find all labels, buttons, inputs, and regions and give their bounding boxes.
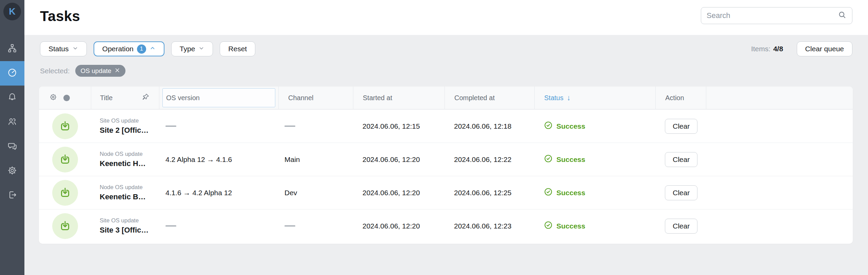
column-header-channel[interactable]: Channel — [278, 87, 353, 109]
table-row: Site OS update Site 2 [Offic… 2024.06.06… — [39, 109, 853, 143]
items-count-value: 4/8 — [773, 45, 783, 53]
task-type-icon-cell — [39, 176, 91, 209]
task-title-cell[interactable]: Node OS update Keenetic B… — [91, 176, 159, 209]
sidebar-item-users[interactable] — [0, 110, 24, 134]
clear-task-button[interactable]: Clear — [665, 185, 697, 200]
task-title-cell[interactable]: Site OS update Site 3 [Offic… — [91, 209, 159, 242]
task-title-cell[interactable]: Site OS update Site 2 [Offic… — [91, 110, 159, 143]
operation-filter-button[interactable]: Operation 1 — [94, 41, 164, 56]
clear-task-button[interactable]: Clear — [665, 219, 697, 234]
empty-value-dash — [284, 126, 295, 127]
column-header-action: Action — [655, 87, 706, 109]
channel-cell — [278, 110, 353, 143]
task-title-cell[interactable]: Node OS update Keenetic H… — [91, 143, 159, 176]
os-version-cell: 4.1.6 → 4.2 Alpha 12 — [159, 176, 278, 209]
clear-task-button[interactable]: Clear — [665, 119, 697, 134]
status-label: Success — [556, 122, 585, 130]
operation-count-badge: 1 — [137, 44, 146, 54]
empty-cell — [706, 143, 853, 176]
empty-value-dash — [165, 225, 176, 226]
column-header-empty — [706, 87, 853, 109]
action-cell: Clear — [655, 110, 706, 143]
column-settings-gear-icon[interactable] — [49, 93, 57, 103]
task-type-icon-cell — [39, 110, 91, 143]
os-version-cell: 4.2 Alpha 12 → 4.1.6 — [159, 143, 278, 176]
sidebar-item-settings[interactable] — [0, 159, 24, 183]
reset-filters-button[interactable]: Reset — [220, 41, 255, 56]
close-icon[interactable] — [111, 67, 120, 75]
channel-cell — [278, 209, 353, 242]
table-row: Node OS update Keenetic B… 4.1.6 → 4.2 A… — [39, 176, 853, 209]
dashboard-icon — [7, 68, 17, 79]
completed-at-column-label: Completed at — [454, 94, 495, 102]
sidebar-item-tasks[interactable] — [0, 61, 24, 86]
chevron-down-icon — [198, 45, 204, 53]
pin-icon[interactable] — [142, 93, 150, 103]
filter-bar: Status Operation 1 Type Reset Items: 4/8… — [40, 41, 852, 56]
completed-at-cell: 2024.06.06, 12:18 — [445, 110, 534, 143]
success-check-icon — [544, 187, 553, 198]
sidebar-nav — [0, 37, 24, 208]
column-header-completed-at[interactable]: Completed at — [445, 87, 534, 109]
action-cell: Clear — [655, 209, 706, 242]
os-update-download-icon — [52, 147, 78, 172]
task-name: Keenetic B… — [100, 192, 146, 201]
action-column-label: Action — [665, 94, 684, 102]
table-row: Site OS update Site 3 [Offic… 2024.06.06… — [39, 209, 853, 242]
column-header-status[interactable]: Status ↓ — [534, 87, 655, 109]
os-version-cell — [159, 110, 278, 143]
users-icon — [7, 117, 17, 128]
gear-icon — [7, 166, 17, 177]
os-update-download-icon — [52, 213, 78, 239]
task-name: Site 2 [Offic… — [100, 126, 149, 135]
logo-letter: K — [9, 6, 16, 17]
type-filter-button[interactable]: Type — [171, 41, 213, 56]
sidebar-item-messages[interactable] — [0, 134, 24, 159]
status-label: Success — [556, 222, 585, 230]
selected-chip-os-update[interactable]: OS update — [75, 65, 126, 77]
sidebar-item-notifications[interactable] — [0, 86, 24, 110]
app-logo[interactable]: K — [3, 3, 21, 20]
started-at-cell: 2024.06.06, 12:20 — [353, 176, 445, 209]
status-cell: Success — [534, 143, 655, 176]
top-header: Tasks — [24, 0, 868, 35]
os-update-download-icon — [52, 113, 78, 139]
started-at-column-label: Started at — [363, 94, 392, 102]
clear-queue-button[interactable]: Clear queue — [797, 41, 852, 56]
channel-cell: Dev — [278, 176, 353, 209]
status-label: Success — [556, 155, 585, 164]
items-count-label: Items: — [751, 45, 770, 53]
os-update-download-icon — [52, 180, 78, 206]
column-header-title[interactable]: Title — [91, 87, 159, 109]
sidebar: K — [0, 0, 24, 275]
operation-filter-label: Operation — [102, 45, 134, 53]
started-at-cell: 2024.06.06, 12:20 — [353, 143, 445, 176]
title-column-label: Title — [100, 94, 113, 102]
started-at-cell: 2024.06.06, 12:15 — [353, 110, 445, 143]
clear-task-button[interactable]: Clear — [665, 152, 697, 167]
page-title: Tasks — [40, 8, 80, 24]
empty-value-dash — [165, 126, 176, 127]
reset-label: Reset — [228, 45, 247, 53]
topology-icon — [7, 43, 17, 54]
column-header-os-version[interactable]: OS version — [159, 87, 278, 109]
status-cell: Success — [534, 209, 655, 242]
task-name: Site 3 [Offic… — [100, 226, 149, 235]
sidebar-item-topology[interactable] — [0, 37, 24, 61]
select-all-circle-icon[interactable] — [63, 95, 70, 101]
column-header-started-at[interactable]: Started at — [353, 87, 445, 109]
table-controls-cell — [39, 87, 91, 109]
sort-descending-icon: ↓ — [567, 93, 571, 102]
status-label: Success — [556, 189, 585, 197]
search-icon[interactable] — [838, 11, 847, 21]
status-filter-button[interactable]: Status — [40, 41, 87, 56]
chat-icon — [7, 141, 17, 152]
empty-cell — [706, 176, 853, 209]
search-input[interactable] — [707, 11, 838, 20]
action-cell: Clear — [655, 176, 706, 209]
sidebar-item-logout[interactable] — [0, 183, 24, 208]
bell-icon — [7, 92, 17, 103]
task-type-icon-cell — [39, 209, 91, 242]
chevron-up-icon — [150, 45, 156, 53]
selected-filters-row: Selected: OS update — [40, 65, 125, 77]
